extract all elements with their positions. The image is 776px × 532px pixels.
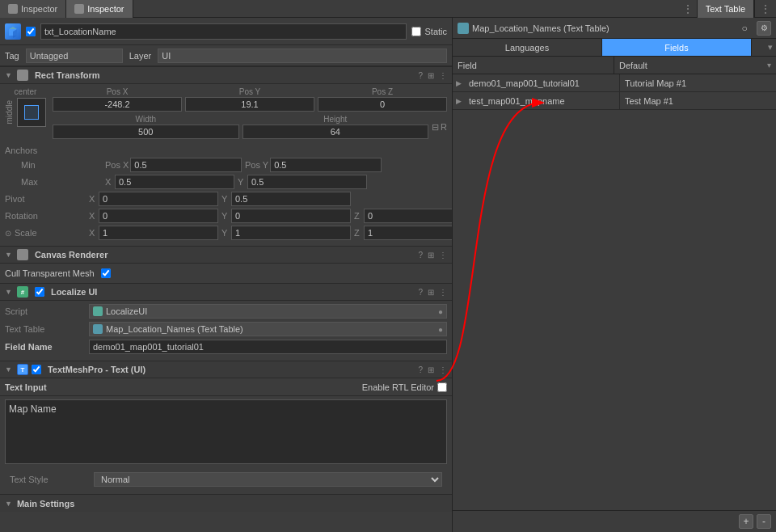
inspector-panel: Static Tag Untagged Layer UI ▼ Rect Tran… xyxy=(0,18,453,532)
rect-transform-icons: ? ⊞ ⋮ xyxy=(418,71,447,80)
tmp-enabled-checkbox[interactable] xyxy=(32,365,41,374)
rect-transform-section-header: ▼ Rect Transform ? ⊞ ⋮ xyxy=(0,66,452,84)
component-icon xyxy=(5,23,21,40)
pivot-y-input[interactable] xyxy=(231,192,351,206)
remove-row-btn[interactable]: - xyxy=(757,514,771,529)
tt-gear-btn[interactable]: ⚙ xyxy=(757,21,771,36)
text-style-dropdown[interactable]: Normal xyxy=(94,472,442,487)
row-0-field[interactable]: demo01_map001_tutorial01 xyxy=(464,74,620,91)
add-row-btn[interactable]: + xyxy=(739,514,753,529)
width-input[interactable] xyxy=(53,125,239,139)
pos-y-input[interactable] xyxy=(185,97,314,112)
anchor-min-x-input[interactable] xyxy=(130,158,242,172)
main-layout: Static Tag Untagged Layer UI ▼ Rect Tran… xyxy=(0,18,776,532)
rot-z-input[interactable] xyxy=(364,209,453,223)
tmp-arrow[interactable]: ▼ xyxy=(5,365,12,374)
rot-x-input[interactable] xyxy=(99,209,218,223)
rect-settings-icon[interactable]: ⊞ xyxy=(428,71,434,80)
lang-fields-tabs: Languages Fields ▾ xyxy=(453,39,776,57)
rect-menu-icon[interactable]: ⋮ xyxy=(439,71,447,80)
tab-inspector-2[interactable]: Inspector xyxy=(66,0,133,18)
rot-y-input[interactable] xyxy=(231,209,351,223)
pos-x-input[interactable] xyxy=(53,97,182,112)
canvas-help-icon[interactable]: ? xyxy=(418,251,423,260)
main-settings-arrow[interactable]: ▼ xyxy=(5,500,12,508)
anchor-max-y-input[interactable] xyxy=(247,175,367,189)
anchor-max-x-input[interactable] xyxy=(115,175,234,189)
anchor-grid[interactable] xyxy=(17,98,46,127)
scale-y-input[interactable] xyxy=(231,226,351,240)
languages-tab[interactable]: Languages xyxy=(453,39,602,56)
table-circle-icon[interactable]: ● xyxy=(438,325,443,334)
localize-arrow[interactable]: ▼ xyxy=(5,288,12,296)
rect-transform-content: center middle Pos X xyxy=(0,84,452,246)
scale-z-input[interactable] xyxy=(364,226,453,240)
script-value: LocalizeUI ● xyxy=(89,304,447,319)
tag-layer-row: Tag Untagged Layer UI xyxy=(0,45,452,66)
anchors-row: Anchors xyxy=(5,146,447,155)
cull-checkbox[interactable] xyxy=(101,268,111,278)
text-table-panel: Map_Location_Names (Text Table) ○ ⚙ Lang… xyxy=(453,18,776,532)
canvas-icons: ? ⊞ ⋮ xyxy=(418,251,447,260)
tmp-settings-icon[interactable]: ⊞ xyxy=(428,365,434,374)
tab-menu-dots[interactable]: ⋮ xyxy=(682,3,694,15)
text-table-value: Map_Location_Names (Text Table) ● xyxy=(89,322,447,336)
main-settings-header: ▼ Main Settings xyxy=(0,494,452,512)
component-enabled-checkbox[interactable] xyxy=(26,27,36,36)
rect-help-icon[interactable]: ? xyxy=(418,71,423,80)
text-content-input[interactable] xyxy=(5,399,447,464)
localize-enabled-checkbox[interactable] xyxy=(35,287,44,297)
canvas-settings-icon[interactable]: ⊞ xyxy=(428,251,434,260)
pivot-x-input[interactable] xyxy=(99,192,218,206)
component-name-input[interactable] xyxy=(40,23,407,40)
tag-dropdown[interactable]: Untagged xyxy=(26,49,123,63)
table-row-0: ▶ demo01_map001_tutorial01 Tutorial Map … xyxy=(453,74,776,92)
row-1-arrow[interactable]: ▶ xyxy=(453,92,464,109)
script-circle-icon[interactable]: ● xyxy=(438,307,443,316)
localize-help-icon[interactable]: ? xyxy=(418,288,423,297)
localize-settings-icon[interactable]: ⊞ xyxy=(428,288,434,297)
r-icon[interactable]: R xyxy=(441,122,447,133)
tmp-menu-icon[interactable]: ⋮ xyxy=(439,365,447,374)
scale-row: ⊙ Scale X Y Z xyxy=(5,226,447,240)
rtl-checkbox[interactable] xyxy=(437,382,447,392)
script-icon xyxy=(93,306,103,316)
rtl-area: Enable RTL Editor xyxy=(362,382,447,392)
height-input[interactable] xyxy=(242,125,429,139)
right-tab-menu-dots[interactable]: ⋮ xyxy=(760,3,771,15)
row-0-value[interactable]: Tutorial Map #1 xyxy=(620,74,776,91)
constrain-icon[interactable]: ⊟ xyxy=(432,122,439,133)
anchor-min-y-input[interactable] xyxy=(270,158,382,172)
row-1-value[interactable]: Test Map #1 xyxy=(620,92,776,109)
layer-dropdown[interactable]: UI xyxy=(158,49,447,63)
tab-inspector-1[interactable]: Inspector xyxy=(0,0,66,18)
tmp-help-icon[interactable]: ? xyxy=(418,365,423,374)
pos-z-input[interactable] xyxy=(318,97,447,112)
lf-extra: ▾ xyxy=(752,39,776,56)
localize-menu-icon[interactable]: ⋮ xyxy=(439,288,447,297)
tmp-icon: T xyxy=(17,364,28,375)
fields-dropdown-icon[interactable]: ▾ xyxy=(768,42,773,53)
scale-x-input[interactable] xyxy=(99,226,218,240)
anchor-inner xyxy=(24,105,39,120)
localize-icons: ? ⊞ ⋮ xyxy=(418,288,447,297)
static-checkbox[interactable] xyxy=(411,27,421,36)
canvas-renderer-content: Cull Transparent Mesh xyxy=(0,264,452,283)
fields-tab[interactable]: Fields xyxy=(602,39,752,56)
anchor-max-row: Max X Y xyxy=(21,175,447,189)
tab-bar: Inspector Inspector ⋮ Text Table ⋮ xyxy=(0,0,776,18)
canvas-renderer-arrow[interactable]: ▼ xyxy=(5,251,12,259)
tt-search-btn[interactable]: ○ xyxy=(737,21,752,36)
field-name-input[interactable] xyxy=(89,340,447,354)
text-input-header: Text Input Enable RTL Editor xyxy=(0,378,452,396)
cull-row: Cull Transparent Mesh xyxy=(5,267,447,280)
canvas-menu-icon[interactable]: ⋮ xyxy=(439,251,447,260)
field-name-row: Field Name xyxy=(5,340,447,354)
rect-transform-arrow[interactable]: ▼ xyxy=(5,71,12,79)
rotation-row: Rotation X Y Z xyxy=(5,209,447,223)
row-0-arrow[interactable]: ▶ xyxy=(453,74,464,91)
row-1-field[interactable]: test_map001_mapname xyxy=(464,92,620,109)
default-col-dropdown[interactable]: ▾ xyxy=(767,61,771,70)
tab-spacer: ⋮ xyxy=(133,0,697,17)
tab-text-table[interactable]: Text Table xyxy=(697,0,754,18)
